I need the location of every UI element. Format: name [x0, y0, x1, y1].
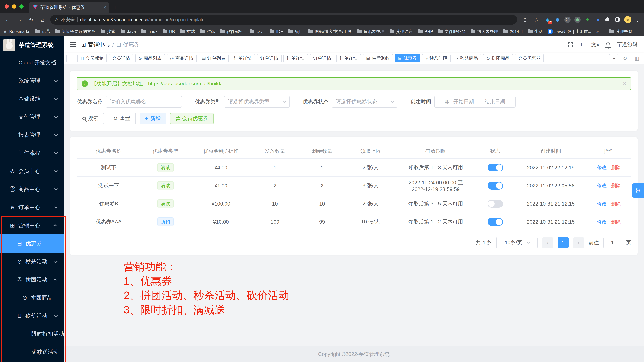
bookmark-star-icon[interactable]: ☆: [533, 17, 540, 23]
status-toggle[interactable]: [488, 200, 503, 208]
view-tab-优惠券[interactable]: ⊟优惠券: [395, 54, 420, 63]
sidebar-item-系统管理[interactable]: 系统管理: [0, 72, 64, 90]
bookmark-folder[interactable]: 文件服务器: [438, 29, 466, 34]
edit-link[interactable]: 修改: [597, 219, 607, 224]
tabs-scroll-right-icon[interactable]: »: [609, 54, 618, 63]
share-icon[interactable]: ↥: [521, 17, 529, 23]
browser-menu-icon[interactable]: ⋮: [635, 17, 640, 23]
bookmark-folder[interactable]: PHP: [418, 29, 433, 34]
other-bookmarks[interactable]: 其他书签: [609, 29, 632, 34]
delete-link[interactable]: 删除: [611, 183, 621, 188]
view-tab-订单详情[interactable]: 订单详情: [284, 54, 308, 63]
bookmark-link[interactable]: B Java开发 | 小组首...: [548, 29, 591, 34]
view-tab-商品列表[interactable]: ⊙商品列表: [135, 54, 165, 63]
bookmark-folder[interactable]: 资讯未整理: [357, 29, 384, 34]
window-controls[interactable]: [0, 0, 29, 13]
page-number-button[interactable]: 1: [558, 237, 568, 248]
reset-button[interactable]: ↻重置: [108, 113, 136, 124]
sidebar-item-会员中心[interactable]: ⊚会员中心: [0, 162, 64, 180]
sidebar-item-支付管理[interactable]: 支付管理: [0, 108, 64, 126]
coupon-type-select[interactable]: 请选择优惠券类型: [224, 96, 290, 108]
username[interactable]: 芋道源码: [617, 41, 638, 48]
zoom-window-button[interactable]: [19, 4, 24, 9]
edit-link[interactable]: 修改: [597, 165, 607, 170]
bookmark-folder[interactable]: 前端: [180, 29, 195, 34]
home-icon[interactable]: ⌂: [39, 17, 46, 23]
status-toggle[interactable]: [488, 164, 503, 171]
add-button[interactable]: +新增: [140, 113, 166, 124]
delete-link[interactable]: 删除: [611, 201, 621, 206]
browser-tab[interactable]: 芋道管理系统 - 优惠券 ×: [29, 2, 110, 13]
sidebar-item-优惠券[interactable]: ⊟优惠券: [0, 234, 64, 252]
edit-link[interactable]: 修改: [597, 183, 607, 188]
bookmark-folder[interactable]: DB: [162, 29, 175, 34]
bookmark-folder[interactable]: Linux: [141, 29, 158, 34]
extensions-puzzle-icon[interactable]: [604, 17, 611, 23]
breadcrumb-parent[interactable]: ⊞营销中心: [81, 41, 110, 48]
locale-icon[interactable]: 文A: [592, 41, 599, 48]
view-tab-商品详情[interactable]: ◎商品详情: [167, 54, 197, 63]
view-tab-订单详情[interactable]: 订单详情: [336, 54, 361, 63]
date-range-picker[interactable]: ▦ 开始日期 – 结束日期: [434, 96, 516, 108]
sidebar-item-营销中心[interactable]: ⊞营销中心: [0, 216, 64, 234]
sidebar-item-秒杀活动[interactable]: ⊘秒杀活动: [0, 252, 64, 271]
bookmark-folder[interactable]: 网站/博客/文章/工具: [308, 29, 352, 34]
notification-bell-icon[interactable]: [606, 43, 610, 47]
collapse-menu-icon[interactable]: [70, 42, 76, 47]
bookmark-folder[interactable]: 游戏: [200, 29, 215, 34]
coupon-status-select[interactable]: 请选择优惠券状态: [332, 96, 398, 108]
view-tab-售后退款[interactable]: ▣售后退款: [363, 54, 393, 63]
view-tab-订单详情[interactable]: 订单详情: [230, 54, 255, 63]
sidebar-item-报表管理[interactable]: 报表管理: [0, 126, 64, 144]
minimize-window-button[interactable]: [12, 4, 16, 9]
sidebar-item-Cloud 开发文档[interactable]: Cloud 开发文档: [0, 54, 64, 72]
sidebar-item-限时折扣活动[interactable]: 限时折扣活动: [0, 325, 64, 343]
delete-link[interactable]: 删除: [611, 219, 621, 224]
sidebar-item-拼团活动[interactable]: ⁂拼团活动: [0, 271, 64, 289]
extension-pin-icon[interactable]: [554, 17, 561, 23]
view-tab-订单详情[interactable]: 订单详情: [310, 54, 334, 63]
view-tab-拼团商品[interactable]: ⊙拼团商品: [483, 54, 513, 63]
tabs-refresh-icon[interactable]: ↻: [620, 54, 630, 63]
bookmark-folder[interactable]: IDE: [270, 29, 283, 34]
view-tab-秒杀时段[interactable]: ◔秒杀时段: [422, 54, 451, 63]
close-window-button[interactable]: [4, 4, 9, 9]
back-icon[interactable]: ←: [4, 17, 12, 23]
view-tab-会员优惠券[interactable]: 会员优惠券: [515, 54, 544, 63]
profile-avatar[interactable]: ☺: [624, 16, 632, 23]
sidebar-item-基础设施[interactable]: 基础设施: [0, 90, 64, 108]
status-toggle[interactable]: [488, 218, 503, 226]
delete-link[interactable]: 删除: [611, 165, 621, 170]
sidebar-item-订单中心[interactable]: ℮订单中心: [0, 198, 64, 216]
alert-close-icon[interactable]: ×: [623, 80, 626, 87]
bookmark-folder[interactable]: 项目: [288, 29, 303, 34]
side-panel-icon[interactable]: [614, 17, 621, 23]
address-bar[interactable]: ⚠ 不安全 dashboard-vue3.yudao.iocoder.cn/pr…: [50, 15, 517, 25]
bookmarks-root[interactable]: ★ Bookmarks: [3, 29, 30, 34]
coupon-name-input[interactable]: [106, 96, 182, 108]
prev-page-button[interactable]: ‹: [542, 237, 553, 248]
view-tab-秒杀商品[interactable]: ◑秒杀商品: [452, 54, 481, 63]
font-size-icon[interactable]: TT: [580, 42, 585, 48]
view-tab-订单列表[interactable]: ▤订单列表: [198, 54, 229, 63]
sidebar-item-满减送活动[interactable]: 满减送活动: [0, 343, 64, 361]
extension-star-icon[interactable]: ★: [584, 17, 591, 23]
next-page-button[interactable]: ›: [573, 237, 584, 248]
sidebar-item-砍价活动[interactable]: ⊔砍价活动: [0, 307, 64, 325]
member-coupon-button[interactable]: 会员优惠券: [170, 113, 214, 124]
fullscreen-icon[interactable]: [568, 42, 573, 47]
forward-icon[interactable]: →: [16, 17, 23, 23]
tab-close-icon[interactable]: ×: [103, 5, 106, 10]
bookmark-folder[interactable]: 设计: [250, 29, 264, 34]
bookmarks-overflow-icon[interactable]: »: [596, 29, 599, 34]
settings-fab[interactable]: ⚙: [632, 183, 644, 198]
sidebar-item-拼团商品[interactable]: ⊙拼团商品: [0, 289, 64, 307]
extension-command-icon[interactable]: ⌘: [564, 17, 571, 23]
tabs-layout-icon[interactable]: ▥: [632, 54, 642, 63]
bookmark-folder[interactable]: 运营: [35, 29, 50, 34]
bookmark-folder[interactable]: 软件/硬件: [220, 29, 244, 34]
bookmark-folder[interactable]: 搜索: [100, 29, 115, 34]
new-tab-button[interactable]: +: [113, 4, 117, 11]
sidebar-item-商品中心[interactable]: Ⓟ商品中心: [0, 180, 64, 198]
sidebar-item-工作流程[interactable]: 工作流程: [0, 144, 64, 162]
